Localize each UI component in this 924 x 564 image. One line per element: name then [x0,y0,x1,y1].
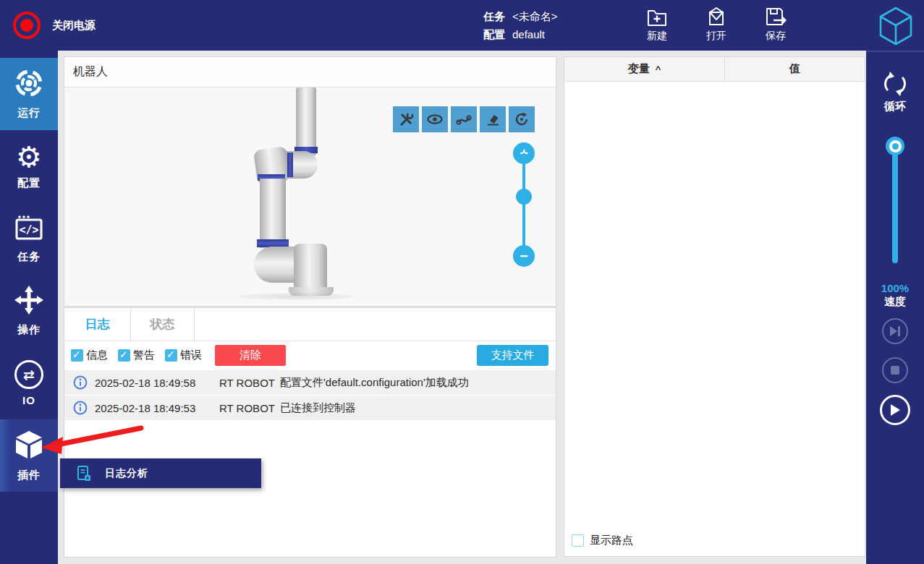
loop-label: 循环 [884,100,906,114]
sidebar-item-label: 配置 [17,176,41,190]
robot-panel-title: 机器人 [64,57,556,87]
left-sidebar: 运行 ⚙ 配置 </> 任务 操作 ⇄ IO 插件 [0,51,58,564]
config-label: 配置 [483,28,505,40]
error-filter-label: 错误 [180,349,202,362]
sidebar-item-plugin[interactable]: 插件 [0,419,58,492]
log-filter-bar: 信息 警告 错误 清除 支持文件 [64,341,556,369]
log-row[interactable]: 2025-02-18 18:49:53 RT ROBOT 已连接到控制器 [64,396,556,420]
info-filter-label: 信息 [86,349,108,362]
log-row[interactable]: 2025-02-18 18:49:58 RT ROBOT 配置文件'defaul… [64,370,556,395]
plugin-menu-item-log-analysis[interactable]: 日志分析 [60,458,261,488]
speed-slider-track[interactable] [892,146,898,263]
log-time: 2025-02-18 18:49:58 [95,377,219,389]
app-window: 关闭电源 任务<未命名> 配置default 新建 打开 [0,0,924,564]
path-icon [455,111,472,128]
log-source: RT ROBOT [219,402,280,414]
path-button[interactable] [451,106,477,132]
power-button[interactable] [13,12,41,39]
play-icon [889,403,901,416]
variable-column-label: 变量 [628,62,650,76]
task-label: 任务 [483,10,505,22]
speed-value: 100% [866,282,924,294]
sidebar-item-label: 运行 [17,106,41,120]
open-task-button[interactable]: 打开 [696,6,737,43]
io-arrows-glyph: ⇄ [23,367,35,383]
log-analysis-icon [76,465,92,482]
move-arrows-icon [14,285,44,318]
task-value: <未命名> [512,10,558,22]
log-time: 2025-02-18 18:49:53 [95,402,219,414]
new-task-label: 新建 [647,30,667,43]
robot-panel: 机器人 [64,56,556,307]
view-toolbar [393,106,535,132]
sidebar-item-label: 插件 [17,469,41,482]
new-task-button[interactable]: 新建 [637,6,677,43]
sidebar-item-config[interactable]: ⚙ 配置 [0,130,58,202]
open-file-icon [705,6,728,27]
error-checkbox[interactable] [165,349,177,362]
warning-checkbox[interactable] [118,349,130,362]
variables-panel: 变量 ^ 值 显示路点 [564,56,865,557]
stop-icon [890,365,900,375]
support-files-button[interactable]: 支持文件 [477,345,548,366]
eye-icon [426,111,444,128]
code-window-icon: </> [14,213,44,245]
sidebar-item-io[interactable]: ⇄ IO [0,347,58,419]
eraser-icon [484,111,501,128]
play-button[interactable] [880,395,910,425]
plugin-menu-label: 日志分析 [105,467,148,480]
io-exchange-icon: ⇄ [14,360,43,389]
save-task-button[interactable]: 保存 [755,6,796,43]
task-config-info: 任务<未命名> 配置default [483,7,558,43]
new-folder-icon [645,6,669,27]
tab-log[interactable]: 日志 [64,308,131,341]
eraser-button[interactable] [480,106,506,132]
open-task-label: 打开 [706,30,726,43]
stop-button[interactable] [882,357,908,383]
visibility-button[interactable] [422,106,448,132]
column-header-value: 值 [725,57,865,81]
sidebar-item-task[interactable]: </> 任务 [0,202,58,275]
show-waypoints-toggle[interactable]: 显示路点 [572,534,633,547]
gear-icon: ⚙ [16,142,42,171]
sort-asc-icon: ^ [656,64,661,74]
rotate-icon [513,111,530,128]
log-message: 配置文件'default.configuration'加载成功 [280,376,556,390]
right-toolbar: 循环 100% 速度 [866,51,924,564]
robot-3d-view[interactable]: + − [64,87,556,306]
speed-slider-handle[interactable] [886,137,904,155]
column-header-variable[interactable]: 变量 ^ [564,57,725,81]
file-actions: 新建 打开 保存 [637,6,796,43]
log-message: 已连接到控制器 [280,401,556,415]
log-panel: 日志 状态 信息 警告 错误 清除 支持文件 2025-02-18 18:49:… [64,307,556,557]
sidebar-item-label: 任务 [17,250,41,264]
speed-label: 速度 [866,295,924,309]
config-value: default [512,28,545,40]
tools-icon [397,111,415,128]
zoom-slider-handle[interactable] [516,189,532,205]
clear-log-button[interactable]: 清除 [215,345,286,366]
power-label: 关闭电源 [52,19,96,33]
info-icon [73,375,88,390]
zoom-out-button[interactable]: − [513,245,535,267]
zoom-control: + − [513,142,535,267]
sidebar-item-label: IO [22,394,35,406]
cube-icon [13,429,45,463]
save-task-label: 保存 [766,30,786,43]
sidebar-item-operate[interactable]: 操作 [0,275,58,347]
tab-status[interactable]: 状态 [131,308,195,341]
show-waypoints-checkbox[interactable] [572,534,584,547]
info-icon [73,401,88,415]
loop-icon [879,68,911,100]
variables-area: 变量 ^ 值 显示路点 [562,51,866,564]
tools-button[interactable] [393,106,419,132]
sidebar-item-label: 操作 [17,323,41,337]
loop-button[interactable]: 循环 [866,68,924,114]
zoom-slider-track[interactable] [522,153,525,256]
step-icon [889,325,902,337]
info-checkbox[interactable] [71,349,83,362]
reset-view-button[interactable] [509,106,535,132]
step-button[interactable] [882,318,908,344]
sidebar-item-run[interactable]: 运行 [0,58,58,130]
brand-logo-icon [878,6,914,49]
